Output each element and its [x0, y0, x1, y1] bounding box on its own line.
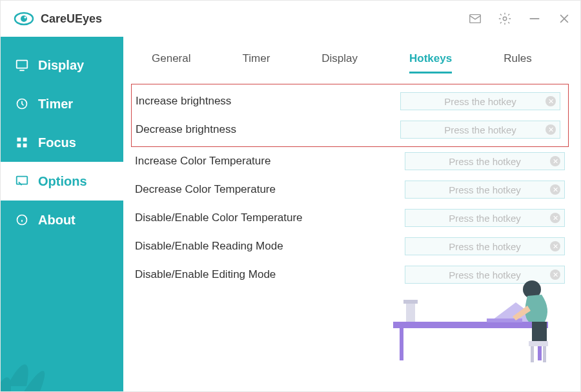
- hotkey-input[interactable]: [405, 213, 564, 224]
- hotkey-label: Increase Color Temperature: [135, 155, 270, 168]
- tab-rules[interactable]: Rules: [504, 52, 531, 74]
- hotkey-input[interactable]: [405, 184, 564, 195]
- display-icon: [15, 58, 29, 72]
- svg-rect-13: [17, 144, 21, 148]
- clear-hotkey-icon[interactable]: ✕: [550, 241, 560, 251]
- hotkey-row: Decrease Color Temperature ✕: [123, 175, 580, 204]
- svg-rect-15: [17, 177, 28, 184]
- sidebar-item-focus[interactable]: Focus: [1, 123, 123, 162]
- about-icon: [15, 213, 29, 227]
- sidebar-item-label: Timer: [38, 97, 73, 112]
- svg-rect-20: [400, 328, 403, 360]
- settings-icon[interactable]: [498, 12, 512, 26]
- options-icon: [15, 174, 29, 188]
- window-controls: [468, 12, 571, 26]
- sidebar: Display Timer Focus Options About: [1, 37, 123, 392]
- hotkey-field[interactable]: ✕: [405, 181, 565, 199]
- sidebar-item-label: About: [38, 213, 76, 228]
- hotkey-input[interactable]: [401, 96, 560, 107]
- hotkey-label: Decrease brightness: [136, 123, 236, 136]
- sidebar-item-display[interactable]: Display: [1, 46, 123, 84]
- hotkey-input[interactable]: [401, 124, 560, 135]
- svg-rect-19: [393, 322, 548, 328]
- sidebar-item-timer[interactable]: Timer: [1, 84, 123, 123]
- hotkey-row: Disable/Enable Color Temperature ✕: [123, 204, 580, 232]
- svg-rect-8: [17, 61, 28, 68]
- clear-hotkey-icon[interactable]: ✕: [545, 124, 556, 135]
- svg-point-4: [503, 17, 507, 21]
- brand: CareUEyes: [14, 8, 102, 29]
- svg-rect-27: [531, 346, 534, 362]
- svg-rect-12: [23, 138, 27, 142]
- tab-hotkeys[interactable]: Hotkeys: [409, 52, 452, 74]
- minimize-button[interactable]: [527, 12, 542, 26]
- svg-rect-22: [406, 302, 415, 322]
- hotkey-label: Increase brightness: [136, 95, 231, 108]
- sidebar-item-label: Focus: [38, 135, 76, 150]
- svg-point-2: [25, 17, 26, 19]
- svg-rect-26: [529, 341, 548, 346]
- tabs: General Timer Display Hotkeys Rules: [123, 37, 580, 74]
- sidebar-item-label: Display: [38, 58, 84, 73]
- hotkey-row: Increase Color Temperature ✕: [123, 147, 580, 175]
- clear-hotkey-icon[interactable]: ✕: [550, 213, 560, 223]
- app-title: CareUEyes: [41, 12, 102, 26]
- app-logo-icon: [14, 8, 34, 29]
- hotkey-label: Decrease Color Temperature: [135, 183, 276, 196]
- tab-display[interactable]: Display: [321, 52, 358, 74]
- svg-rect-14: [23, 144, 27, 148]
- tab-general[interactable]: General: [152, 52, 190, 74]
- clear-hotkey-icon[interactable]: ✕: [550, 184, 560, 195]
- highlight-box: Increase brightness ✕ Decrease brightnes…: [131, 84, 569, 147]
- hotkey-row: Increase brightness ✕: [132, 87, 564, 115]
- hotkey-row: Disable/Enable Reading Mode ✕: [123, 232, 580, 260]
- svg-rect-3: [470, 15, 481, 23]
- hotkey-input[interactable]: [405, 241, 564, 252]
- hotkey-label: Disable/Enable Editing Mode: [135, 268, 276, 281]
- hotkey-input[interactable]: [405, 156, 564, 167]
- hotkey-field[interactable]: ✕: [400, 92, 560, 110]
- hotkey-field[interactable]: ✕: [405, 152, 565, 170]
- hotkey-row: Decrease brightness ✕: [132, 115, 564, 144]
- svg-rect-28: [543, 346, 546, 362]
- focus-icon: [15, 135, 29, 150]
- feedback-icon[interactable]: [468, 12, 482, 26]
- sidebar-item-label: Options: [38, 174, 87, 189]
- hotkey-field[interactable]: ✕: [405, 237, 565, 255]
- title-bar: CareUEyes: [1, 1, 580, 37]
- sidebar-item-about[interactable]: About: [1, 201, 123, 239]
- svg-rect-23: [403, 300, 418, 304]
- sidebar-item-options[interactable]: Options: [1, 162, 123, 201]
- svg-rect-11: [17, 138, 21, 142]
- hotkey-field[interactable]: ✕: [400, 121, 560, 139]
- hotkey-label: Disable/Enable Reading Mode: [135, 240, 283, 253]
- content-area: General Timer Display Hotkeys Rules Incr…: [123, 37, 580, 392]
- leaves-decoration-icon: [1, 296, 97, 392]
- timer-icon: [15, 97, 29, 111]
- clear-hotkey-icon[interactable]: ✕: [550, 156, 560, 166]
- close-button[interactable]: [557, 12, 571, 26]
- hotkey-label: Disable/Enable Color Temperature: [135, 211, 303, 224]
- clear-hotkey-icon[interactable]: ✕: [545, 96, 556, 106]
- tab-timer[interactable]: Timer: [242, 52, 270, 74]
- person-desk-illustration-icon: [387, 257, 567, 373]
- hotkey-field[interactable]: ✕: [405, 209, 565, 227]
- svg-point-1: [21, 15, 27, 22]
